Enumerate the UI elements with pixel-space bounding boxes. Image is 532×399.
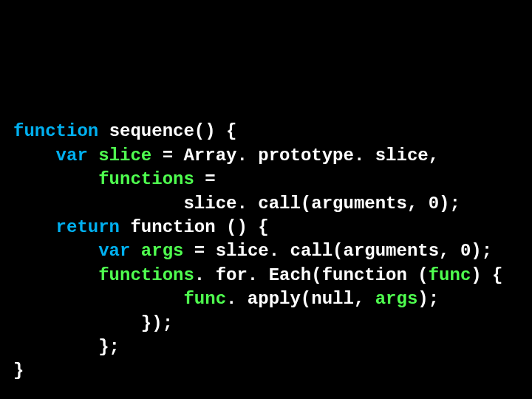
line-1: function sequence() { xyxy=(13,121,236,141)
keyword-var: var xyxy=(56,146,88,166)
line-11: } xyxy=(13,361,24,381)
keyword-return: return xyxy=(56,217,120,237)
var-args: args xyxy=(375,289,418,309)
line-6: var args = slice. call(arguments, 0); xyxy=(13,241,492,261)
line-2: var slice = Array. prototype. slice, xyxy=(13,146,439,166)
line-3: functions = xyxy=(13,169,226,189)
var-func: func xyxy=(183,289,226,309)
line-5: return function () { xyxy=(13,217,269,237)
var-func: func xyxy=(429,265,471,285)
line-4: slice. call(arguments, 0); xyxy=(13,194,460,214)
var-functions: functions xyxy=(98,169,194,189)
code-block: function sequence() { var slice = Array.… xyxy=(13,96,503,383)
line-7: functions. for. Each(function (func) { xyxy=(13,265,503,285)
var-functions: functions xyxy=(98,265,194,285)
var-slice: slice xyxy=(98,146,151,166)
var-args: args xyxy=(141,241,184,261)
keyword-var: var xyxy=(98,241,130,261)
line-10: }; xyxy=(13,337,120,357)
line-8: func. apply(null, args); xyxy=(13,289,439,309)
line-9: }); xyxy=(13,313,173,333)
keyword-function: function xyxy=(13,121,98,141)
function-name: sequence xyxy=(109,121,194,141)
